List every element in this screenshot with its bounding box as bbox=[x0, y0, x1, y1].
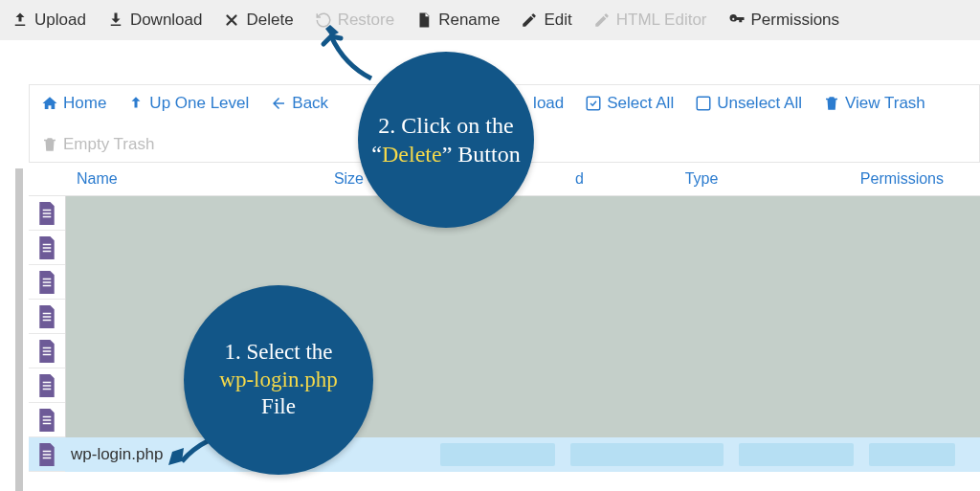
file-icon bbox=[29, 305, 65, 328]
callout-text: ” Button bbox=[442, 142, 521, 167]
select-all-label: Select All bbox=[607, 94, 674, 113]
key-icon bbox=[728, 11, 746, 29]
empty-trash-label: Empty Trash bbox=[63, 135, 154, 154]
callout-text: 1. Select the bbox=[224, 340, 332, 364]
file-icon bbox=[29, 443, 65, 466]
home-icon bbox=[41, 95, 58, 112]
delete-label: Delete bbox=[246, 11, 293, 30]
file-icon bbox=[29, 202, 65, 225]
arrow-left-icon bbox=[270, 95, 287, 112]
back-button[interactable]: Back bbox=[270, 94, 328, 113]
html-editor-button: HTML Editor bbox=[593, 11, 707, 30]
reload-button-partial[interactable]: load bbox=[533, 94, 564, 113]
callout-highlight: wp-login.php bbox=[219, 368, 337, 391]
file-row[interactable] bbox=[29, 231, 980, 265]
view-trash-button[interactable]: View Trash bbox=[823, 94, 925, 113]
rename-button[interactable]: Rename bbox=[415, 11, 500, 30]
file-size-cell bbox=[440, 443, 555, 466]
square-icon bbox=[695, 95, 712, 112]
level-up-icon bbox=[127, 95, 145, 112]
download-button[interactable]: Download bbox=[107, 11, 203, 30]
file-row[interactable] bbox=[29, 334, 980, 368]
file-type-cell bbox=[739, 443, 854, 466]
file-body-hidden bbox=[65, 265, 980, 300]
permissions-button[interactable]: Permissions bbox=[728, 11, 840, 30]
callout-delete-text: 2. Click on the “Delete” Button bbox=[358, 111, 534, 168]
home-button[interactable]: Home bbox=[41, 94, 106, 113]
back-label: Back bbox=[292, 94, 328, 113]
file-icon bbox=[29, 409, 65, 432]
unselect-all-button[interactable]: Unselect All bbox=[695, 94, 802, 113]
svg-rect-1 bbox=[697, 97, 710, 110]
pencil-icon bbox=[521, 11, 538, 29]
html-editor-icon bbox=[593, 11, 611, 29]
edit-label: Edit bbox=[544, 11, 571, 30]
trash-icon bbox=[823, 95, 840, 112]
file-icon bbox=[29, 374, 65, 397]
empty-trash-button: Empty Trash bbox=[41, 135, 154, 154]
upload-label: Upload bbox=[34, 11, 86, 30]
file-row[interactable] bbox=[29, 368, 980, 403]
file-icon bbox=[29, 340, 65, 363]
file-body-hidden bbox=[65, 231, 980, 265]
callout-select-text: 1. Select the wp-login.php File bbox=[219, 339, 337, 421]
up-one-level-label: Up One Level bbox=[149, 94, 249, 113]
rename-label: Rename bbox=[438, 11, 500, 30]
permissions-label: Permissions bbox=[751, 11, 840, 30]
view-trash-label: View Trash bbox=[845, 94, 925, 113]
callout-text: File bbox=[261, 394, 296, 418]
trash-icon bbox=[41, 136, 58, 153]
left-scrollbar[interactable] bbox=[15, 168, 23, 491]
download-label: Download bbox=[130, 11, 203, 30]
document-icon bbox=[415, 11, 433, 29]
html-editor-label: HTML Editor bbox=[616, 11, 707, 30]
file-details bbox=[310, 443, 980, 466]
select-all-button[interactable]: Select All bbox=[585, 94, 674, 113]
file-modified-cell bbox=[570, 443, 724, 466]
edit-button[interactable]: Edit bbox=[521, 11, 571, 30]
up-one-level-button[interactable]: Up One Level bbox=[127, 94, 249, 113]
col-permissions[interactable]: Permissions bbox=[819, 170, 944, 188]
download-icon bbox=[107, 11, 124, 29]
home-label: Home bbox=[63, 94, 106, 113]
callout-select: 1. Select the wp-login.php File bbox=[184, 285, 373, 475]
upload-icon bbox=[11, 11, 29, 29]
col-name[interactable]: Name bbox=[77, 170, 287, 188]
file-body-hidden bbox=[65, 196, 980, 231]
file-icon bbox=[29, 271, 65, 294]
col-size[interactable]: Size bbox=[287, 170, 364, 188]
col-type[interactable]: Type bbox=[584, 170, 819, 188]
file-row[interactable] bbox=[29, 265, 980, 300]
file-permissions-cell bbox=[869, 443, 955, 466]
unselect-all-label: Unselect All bbox=[717, 94, 802, 113]
x-icon bbox=[223, 11, 240, 29]
callout-arrow-icon bbox=[316, 23, 383, 90]
file-icon bbox=[29, 236, 65, 259]
delete-button[interactable]: Delete bbox=[223, 11, 293, 30]
upload-button[interactable]: Upload bbox=[11, 11, 86, 30]
reload-label: load bbox=[533, 94, 564, 113]
file-row[interactable] bbox=[29, 300, 980, 334]
callout-highlight: Delete bbox=[382, 142, 442, 167]
callout-delete: 2. Click on the “Delete” Button bbox=[358, 52, 534, 228]
svg-rect-0 bbox=[588, 97, 601, 110]
main-toolbar: Upload Download Delete Restore Rename Ed… bbox=[0, 0, 980, 40]
check-square-icon bbox=[585, 95, 602, 112]
